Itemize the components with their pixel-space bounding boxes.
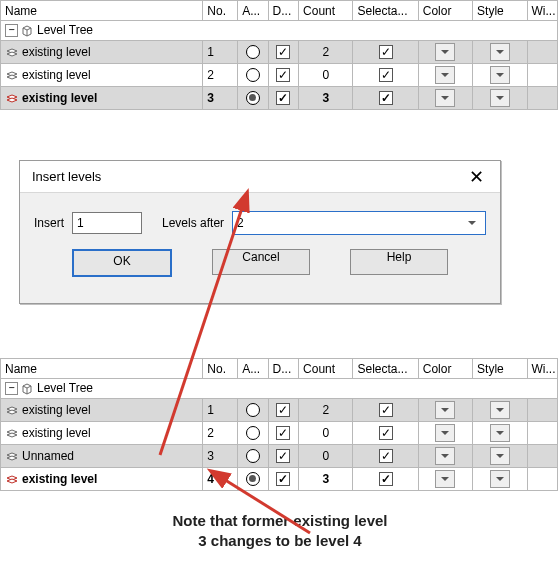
style-dropdown[interactable]	[490, 43, 510, 61]
level-number: 2	[203, 422, 238, 445]
display-checkbox[interactable]	[276, 45, 290, 59]
count-cell: 2	[299, 41, 353, 64]
active-radio[interactable]	[246, 45, 260, 59]
col-no[interactable]: No.	[203, 1, 238, 21]
col-style[interactable]: Style	[473, 1, 527, 21]
color-dropdown[interactable]	[435, 66, 455, 84]
color-dropdown[interactable]	[435, 43, 455, 61]
close-icon[interactable]: ✕	[465, 170, 488, 184]
style-dropdown[interactable]	[490, 424, 510, 442]
column-header-row[interactable]: Name No. A... D... Count Selecta... Colo…	[1, 359, 558, 379]
help-button[interactable]: Help	[350, 249, 448, 275]
level-name: existing level	[22, 472, 97, 486]
active-radio[interactable]	[246, 472, 260, 486]
selectable-checkbox[interactable]	[379, 449, 393, 463]
tree-root-row[interactable]: −Level Tree	[1, 21, 558, 41]
col-name[interactable]: Name	[1, 1, 203, 21]
count-cell: 0	[299, 422, 353, 445]
display-checkbox[interactable]	[276, 449, 290, 463]
style-dropdown[interactable]	[490, 89, 510, 107]
display-checkbox[interactable]	[276, 91, 290, 105]
annotation-text: Note that former existing level 3 change…	[0, 511, 560, 552]
tree-root-label: Level Tree	[37, 23, 93, 37]
style-dropdown[interactable]	[490, 66, 510, 84]
level-number: 3	[203, 87, 238, 110]
table-row[interactable]: Unnamed30	[1, 445, 558, 468]
table-row[interactable]: existing level12	[1, 399, 558, 422]
level-number: 1	[203, 41, 238, 64]
levels-after-label: Levels after	[162, 216, 224, 230]
selectable-checkbox[interactable]	[379, 68, 393, 82]
active-radio[interactable]	[246, 68, 260, 82]
level-number: 1	[203, 399, 238, 422]
count-cell: 0	[299, 64, 353, 87]
display-checkbox[interactable]	[276, 472, 290, 486]
selectable-checkbox[interactable]	[379, 403, 393, 417]
count-cell: 0	[299, 445, 353, 468]
display-checkbox[interactable]	[276, 68, 290, 82]
color-dropdown[interactable]	[435, 447, 455, 465]
col-a[interactable]: A...	[238, 1, 268, 21]
selectable-checkbox[interactable]	[379, 91, 393, 105]
col-d[interactable]: D...	[268, 1, 298, 21]
levels-after-combo[interactable]: 2	[232, 211, 486, 235]
insert-label: Insert	[34, 216, 64, 230]
count-cell: 2	[299, 399, 353, 422]
col-color[interactable]: Color	[418, 1, 472, 21]
tree-root-label: Level Tree	[37, 381, 93, 395]
col-sel[interactable]: Selecta...	[353, 359, 418, 379]
insert-count-input[interactable]	[72, 212, 142, 234]
style-dropdown[interactable]	[490, 470, 510, 488]
col-style[interactable]: Style	[473, 359, 527, 379]
col-d[interactable]: D...	[268, 359, 298, 379]
col-wi[interactable]: Wi...	[527, 359, 558, 379]
color-dropdown[interactable]	[435, 401, 455, 419]
active-radio[interactable]	[246, 426, 260, 440]
level-name: existing level	[22, 426, 91, 440]
style-dropdown[interactable]	[490, 447, 510, 465]
col-name[interactable]: Name	[1, 359, 203, 379]
col-color[interactable]: Color	[418, 359, 472, 379]
active-radio[interactable]	[246, 91, 260, 105]
selectable-checkbox[interactable]	[379, 426, 393, 440]
table-row[interactable]: existing level20	[1, 64, 558, 87]
color-dropdown[interactable]	[435, 424, 455, 442]
col-a[interactable]: A...	[238, 359, 268, 379]
table-row[interactable]: existing level12	[1, 41, 558, 64]
level-number: 4	[203, 468, 238, 491]
color-dropdown[interactable]	[435, 470, 455, 488]
table-row[interactable]: existing level20	[1, 422, 558, 445]
level-name: existing level	[22, 403, 91, 417]
col-count[interactable]: Count	[299, 1, 353, 21]
tree-root-row[interactable]: −Level Tree	[1, 379, 558, 399]
count-cell: 3	[299, 468, 353, 491]
selectable-checkbox[interactable]	[379, 45, 393, 59]
active-radio[interactable]	[246, 449, 260, 463]
levels-table-after[interactable]: Name No. A... D... Count Selecta... Colo…	[0, 358, 558, 491]
display-checkbox[interactable]	[276, 403, 290, 417]
table-row[interactable]: existing level43	[1, 468, 558, 491]
insert-levels-dialog: Insert levels ✕ Insert Levels after 2 OK…	[19, 160, 501, 304]
cancel-button[interactable]: Cancel	[212, 249, 310, 275]
ok-button[interactable]: OK	[72, 249, 172, 277]
levels-after-value: 2	[237, 216, 244, 230]
display-checkbox[interactable]	[276, 426, 290, 440]
level-name: existing level	[22, 68, 91, 82]
col-no[interactable]: No.	[203, 359, 238, 379]
table-row[interactable]: existing level33	[1, 87, 558, 110]
level-name: existing level	[22, 45, 91, 59]
column-header-row[interactable]: Name No. A... D... Count Selecta... Colo…	[1, 1, 558, 21]
active-radio[interactable]	[246, 403, 260, 417]
style-dropdown[interactable]	[490, 401, 510, 419]
collapse-icon[interactable]: −	[5, 382, 18, 395]
collapse-icon[interactable]: −	[5, 24, 18, 37]
levels-table-before[interactable]: Name No. A... D... Count Selecta... Colo…	[0, 0, 558, 110]
col-count[interactable]: Count	[299, 359, 353, 379]
color-dropdown[interactable]	[435, 89, 455, 107]
level-name: Unnamed	[22, 449, 74, 463]
chevron-down-icon[interactable]	[463, 215, 485, 231]
selectable-checkbox[interactable]	[379, 472, 393, 486]
level-number: 2	[203, 64, 238, 87]
col-sel[interactable]: Selecta...	[353, 1, 418, 21]
col-wi[interactable]: Wi...	[527, 1, 558, 21]
